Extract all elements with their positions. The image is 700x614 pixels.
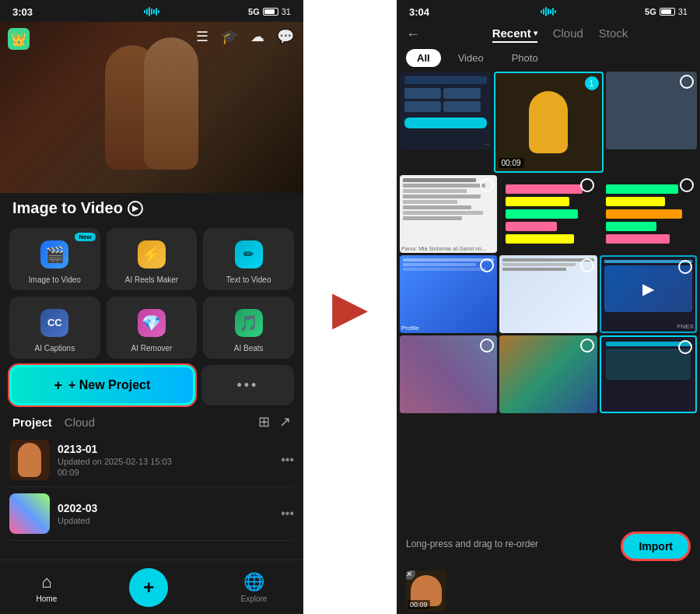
right-bottom: Long-press and drag to re-order Import — [397, 525, 700, 567]
media-select-indicator — [678, 260, 692, 274]
feature-icon-area: CC — [40, 304, 68, 341]
media-cell-light[interactable] — [499, 255, 597, 333]
left-phone: 3:03 5G 31 👑 ☰ 🎓 ☁ 💬 — [0, 0, 303, 614]
left-battery — [263, 8, 278, 16]
feature-label-image-to-video: Image to Video — [29, 275, 81, 284]
new-project-button[interactable]: + + New Project — [9, 365, 195, 405]
back-button[interactable]: ← — [406, 26, 420, 43]
right-battery-pct: 31 — [678, 7, 688, 16]
media-row-3: Profile ▶ FNEX — [400, 255, 697, 333]
project-info-2: 0202-03 Updated — [58, 502, 273, 525]
feature-ai-remover[interactable]: 💎 AI Remover — [107, 296, 198, 359]
feature-grid: New 🎬 Image to Video ⚡ AI Reels Maker ✏ … — [0, 228, 303, 359]
project-name-1: 0213-01 — [58, 443, 273, 455]
filter-video[interactable]: Video — [447, 49, 495, 67]
nav-explore[interactable]: 🌐 Explore — [241, 572, 268, 603]
chevron-down-icon: ▾ — [534, 29, 537, 37]
feature-text-to-video[interactable]: ✏ Text to Video — [203, 228, 294, 290]
feature-ai-beats[interactable]: 🎵 AI Beats — [203, 296, 294, 359]
right-arrow-icon: ▶ — [332, 280, 368, 335]
nav-home[interactable]: ⌂ Home — [37, 572, 58, 603]
media-cell-blur1[interactable] — [400, 335, 497, 413]
new-project-label: + New Project — [68, 378, 150, 392]
feature-label-text-to-video: Text to Video — [226, 275, 271, 284]
import-row: Import — [621, 532, 691, 561]
media-cell-teal[interactable]: ▶ FNEX — [600, 255, 697, 333]
feature-ai-captions[interactable]: CC AI Captions — [9, 296, 100, 359]
media-cell-doc1[interactable]: Parvu: Mia Sintomas at Ganot no... — [400, 175, 497, 253]
feature-icon-area: 💎 — [138, 304, 166, 341]
media-cell-teal2[interactable] — [600, 335, 697, 413]
media-select-indicator — [680, 75, 694, 89]
waveform-icon — [144, 6, 159, 17]
remove-thumb-icon[interactable]: ✕ — [406, 570, 415, 580]
selected-thumb-1[interactable]: ✕ 00:09 — [406, 570, 446, 611]
tab-project[interactable]: Project — [12, 416, 52, 429]
feature-label-ai-reels: AI Reels Maker — [125, 275, 178, 284]
media-row-2: Parvu: Mia Sintomas at Ganot no... — [400, 175, 697, 253]
right-status-right: 5G 31 — [645, 7, 688, 16]
media-cell-blur2[interactable] — [499, 335, 597, 413]
media-cell-screenshot[interactable]: ··· — [400, 72, 492, 149]
explore-icon: 🌐 — [243, 572, 264, 592]
hero-title-area: Image to Video ▶ — [0, 193, 303, 222]
project-name-2: 0202-03 — [58, 502, 273, 514]
info-icon[interactable]: ▶ — [128, 201, 143, 216]
tab-stock[interactable]: Stock — [599, 26, 628, 43]
project-header: Project Cloud ⊞ ↗ — [12, 413, 291, 430]
left-time: 3:03 — [12, 6, 33, 18]
right-waveform-icon — [541, 6, 556, 17]
tab-cloud[interactable]: Cloud — [553, 26, 583, 43]
import-button[interactable]: Import — [621, 532, 691, 561]
media-cell-person-selected[interactable]: 00:09 1 — [494, 72, 604, 173]
project-icons: ⊞ ↗ — [258, 413, 291, 430]
feature-icon-area: 🎬 — [40, 236, 68, 272]
ai-reels-icon: ⚡ — [138, 240, 166, 268]
project-more-icon-2[interactable]: ••• — [281, 507, 294, 521]
media-cell-dark[interactable] — [606, 72, 698, 149]
dots-icon: ••• — [236, 377, 258, 394]
filter-photo[interactable]: Photo — [501, 49, 549, 67]
share-icon[interactable]: ↗ — [279, 413, 291, 430]
project-item[interactable]: 0202-03 Updated ••• — [9, 487, 294, 541]
more-button[interactable]: ••• — [201, 365, 294, 405]
right-signal: 5G — [645, 7, 656, 16]
nav-explore-label: Explore — [241, 595, 268, 603]
media-cell-bars1[interactable] — [499, 175, 597, 253]
tab-recent[interactable]: Recent ▾ — [492, 26, 537, 43]
thumb-person-fig — [18, 443, 41, 477]
media-row-4 — [400, 335, 697, 413]
ai-remover-icon: 💎 — [138, 309, 166, 337]
ai-beats-icon: 🎵 — [235, 309, 263, 337]
media-select-indicator — [580, 178, 594, 192]
feature-ai-reels[interactable]: ⚡ AI Reels Maker — [107, 228, 198, 290]
project-item[interactable]: 0213-01 Updated on 2025-02-13 15:03 00:0… — [9, 433, 294, 487]
person-figure — [529, 91, 568, 153]
grid-icon[interactable]: ⊞ — [258, 413, 270, 430]
reorder-hint: Long-press and drag to re-order — [406, 539, 538, 549]
media-cell-blue1[interactable]: Profile — [400, 255, 497, 333]
tab-cloud[interactable]: Cloud — [65, 416, 95, 429]
thumb-duration: 00:09 — [408, 600, 430, 609]
project-duration-1: 00:09 — [58, 468, 273, 477]
selected-strip: ✕ 00:09 — [397, 567, 700, 614]
media-select-indicator — [580, 258, 594, 272]
filter-all[interactable]: All — [406, 49, 441, 67]
ai-captions-icon: CC — [40, 309, 68, 337]
feature-label-ai-remover: AI Remover — [131, 344, 173, 353]
new-badge: New — [75, 233, 95, 241]
nav-add-button[interactable]: + — [129, 568, 168, 607]
left-status-right: 5G 31 — [248, 7, 291, 16]
text-to-video-icon: ✏ — [235, 240, 263, 268]
project-date-2: Updated — [58, 516, 273, 525]
feature-icon-area: 🎵 — [235, 304, 263, 341]
feature-label-ai-captions: AI Captions — [34, 344, 75, 353]
project-more-icon[interactable]: ••• — [281, 453, 294, 467]
media-cell-bars2[interactable] — [600, 175, 697, 253]
project-thumb-2 — [9, 493, 50, 534]
feature-icon-area: ⚡ — [138, 236, 166, 272]
media-select-indicator — [680, 178, 694, 192]
hero-figures — [0, 22, 303, 193]
feature-image-to-video[interactable]: New 🎬 Image to Video — [9, 228, 100, 290]
left-status-bar: 3:03 5G 31 — [0, 0, 303, 22]
